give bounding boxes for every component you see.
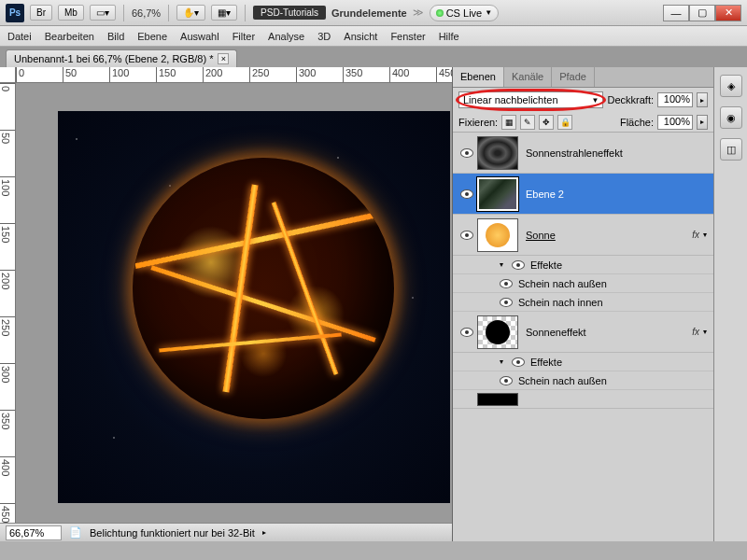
minibridge-button[interactable]: Mb — [58, 5, 84, 21]
ruler-vertical[interactable]: 050100150200250300350400450 — [0, 83, 16, 523]
minimize-button[interactable]: — — [663, 5, 689, 21]
zoom-readout[interactable]: 66,7% — [132, 7, 161, 19]
layer-thumb[interactable] — [477, 315, 518, 349]
blend-mode-select[interactable]: Linear nachbelichten ▼ — [458, 91, 603, 108]
layer-name[interactable]: Sonnenstrahleneffekt — [526, 147, 710, 159]
document-tab-title: Unbenannt-1 bei 66,7% (Ebene 2, RGB/8) * — [14, 53, 213, 64]
visibility-icon[interactable] — [460, 148, 473, 158]
layer-thumb[interactable] — [477, 218, 518, 252]
menu-analyse[interactable]: Analyse — [268, 31, 304, 42]
layer-list[interactable]: Sonnenstrahleneffekt Ebene 2 Sonne fx▾ ▾… — [453, 133, 713, 541]
visibility-icon[interactable] — [460, 231, 473, 240]
cslive-status-icon — [436, 9, 444, 17]
layer-row[interactable]: Ebene 2 — [453, 174, 713, 215]
tab-pfade[interactable]: Pfade — [552, 67, 595, 87]
cslive-label: CS Live — [446, 7, 483, 19]
layer-name[interactable]: Sonneneffekt — [526, 327, 692, 338]
workspace-label[interactable]: Grundelemente — [331, 7, 407, 19]
styles-icon[interactable]: ◉ — [720, 106, 742, 129]
maximize-button[interactable]: ▢ — [689, 5, 715, 21]
fill-input[interactable]: 100% — [657, 115, 693, 130]
menu-bar: Datei Bearbeiten Bild Ebene Auswahl Filt… — [0, 26, 747, 47]
fill-label: Fläche: — [620, 117, 654, 128]
canvas-area[interactable] — [16, 83, 452, 523]
menu-datei[interactable]: Datei — [7, 31, 32, 42]
visibility-icon[interactable] — [500, 279, 513, 288]
menu-hilfe[interactable]: Hilfe — [439, 31, 459, 42]
menu-auswahl[interactable]: Auswahl — [180, 31, 219, 42]
menu-bild[interactable]: Bild — [107, 31, 124, 42]
layer-effect-item[interactable]: Schein nach innen — [453, 293, 713, 312]
close-button[interactable]: ✕ — [715, 5, 741, 21]
menu-ebene[interactable]: Ebene — [137, 31, 167, 42]
visibility-icon[interactable] — [500, 376, 513, 385]
bridge-button[interactable]: Br — [30, 5, 52, 21]
ruler-horizontal[interactable]: 050100150200250300350400450500 — [16, 67, 452, 83]
cslive-button[interactable]: CS Live ▼ — [430, 5, 499, 21]
visibility-icon[interactable] — [512, 357, 525, 367]
fill-flyout[interactable]: ▸ — [697, 115, 708, 130]
layer-effects-header[interactable]: ▾Effekte — [453, 353, 713, 371]
layer-thumb[interactable] — [477, 393, 518, 406]
layer-name[interactable]: Sonne — [526, 230, 692, 241]
lock-label: Fixieren: — [458, 117, 498, 128]
status-info-icon[interactable]: 📄 — [69, 526, 82, 539]
tab-kanaele[interactable]: Kanäle — [504, 67, 552, 87]
lock-position-icon[interactable]: ✥ — [539, 115, 554, 130]
visibility-icon[interactable] — [460, 328, 473, 337]
ps-logo-icon: Ps — [6, 4, 24, 22]
menu-bearbeiten[interactable]: Bearbeiten — [45, 31, 94, 42]
menu-ansicht[interactable]: Ansicht — [344, 31, 377, 42]
status-zoom-input[interactable]: 66,67% — [6, 525, 62, 540]
layer-effects-header[interactable]: ▾Effekte — [453, 256, 713, 274]
canvas[interactable] — [58, 111, 450, 503]
workspace-brand[interactable]: PSD-Tutorials — [253, 6, 326, 20]
status-bar: 66,67% 📄 Belichtung funktioniert nur bei… — [0, 523, 452, 541]
visibility-icon[interactable] — [460, 189, 473, 199]
fx-badge[interactable]: fx — [692, 327, 699, 337]
document-tabs: Unbenannt-1 bei 66,7% (Ebene 2, RGB/8) *… — [0, 47, 747, 67]
opacity-flyout[interactable]: ▸ — [697, 92, 708, 107]
layer-thumb[interactable] — [477, 177, 518, 211]
ruler-origin[interactable] — [0, 67, 16, 83]
status-message: Belichtung funktioniert nur bei 32-Bit — [90, 527, 255, 539]
screen-mode-button[interactable]: ▭▾ — [90, 5, 116, 21]
layer-effect-item[interactable]: Schein nach außen — [453, 371, 713, 390]
fx-badge[interactable]: fx — [692, 230, 699, 240]
lock-transparency-icon[interactable]: ▦ — [501, 115, 516, 130]
blend-mode-value: Linear nachbelichten — [463, 94, 558, 105]
lock-pixels-icon[interactable]: ✎ — [520, 115, 535, 130]
collapsed-panels: ◈ ◉ ◫ — [713, 67, 747, 541]
arrange-button[interactable]: ▦▾ — [211, 5, 237, 21]
layer-row[interactable]: Sonneneffekt fx▾ — [453, 312, 713, 353]
layer-thumb[interactable] — [477, 136, 518, 170]
menu-3d[interactable]: 3D — [317, 31, 331, 42]
visibility-icon[interactable] — [500, 298, 513, 307]
document-tab[interactable]: Unbenannt-1 bei 66,7% (Ebene 2, RGB/8) *… — [6, 49, 237, 67]
menu-fenster[interactable]: Fenster — [390, 31, 425, 42]
layer-row[interactable]: Sonnenstrahleneffekt — [453, 133, 713, 174]
layer-effect-item[interactable]: Schein nach außen — [453, 274, 713, 293]
opacity-input[interactable]: 100% — [657, 92, 693, 107]
layers-panel: Ebenen Kanäle Pfade Linear nachbelichten… — [452, 67, 713, 541]
swatches-icon[interactable]: ◈ — [720, 75, 742, 97]
visibility-icon[interactable] — [512, 260, 525, 270]
opacity-label: Deckkraft: — [607, 94, 654, 105]
lock-all-icon[interactable]: 🔒 — [557, 115, 572, 130]
layer-name[interactable]: Ebene 2 — [526, 189, 710, 200]
hand-tool-button[interactable]: ✋▾ — [176, 5, 205, 21]
tab-ebenen[interactable]: Ebenen — [453, 67, 504, 87]
layer-row[interactable]: Sonne fx▾ — [453, 215, 713, 256]
adjustments-icon[interactable]: ◫ — [720, 138, 742, 161]
close-tab-icon[interactable]: × — [218, 53, 229, 64]
menu-filter[interactable]: Filter — [233, 31, 255, 42]
layer-row[interactable] — [453, 390, 713, 409]
options-bar: Ps Br Mb ▭▾ 66,7% ✋▾ ▦▾ PSD-Tutorials Gr… — [0, 0, 747, 26]
